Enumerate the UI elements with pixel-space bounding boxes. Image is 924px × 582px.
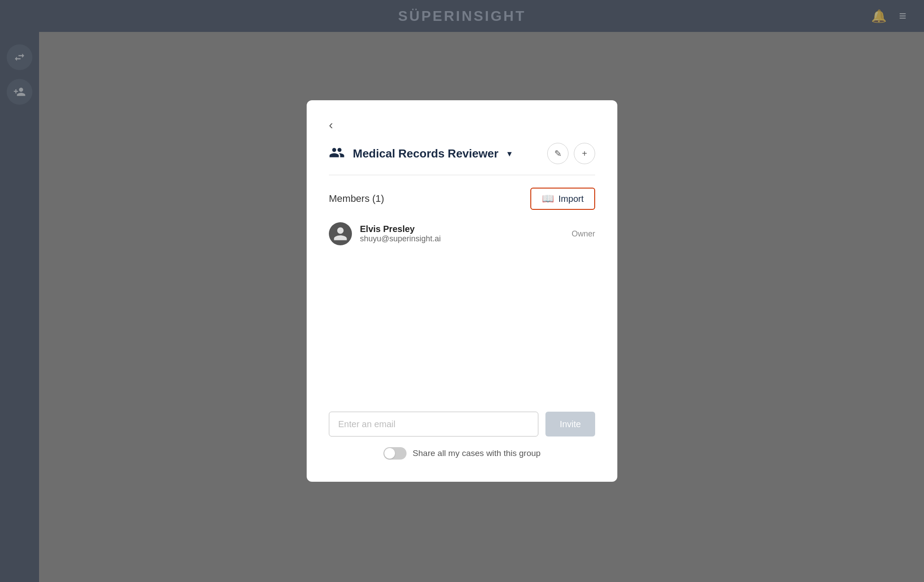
member-name: Elvis Presley	[360, 224, 564, 234]
avatar-icon	[332, 226, 348, 242]
email-input[interactable]	[329, 412, 538, 436]
import-button[interactable]: 📖 Import	[530, 188, 595, 210]
edit-button[interactable]: ✎	[547, 143, 569, 164]
share-label: Share all my cases with this group	[413, 448, 541, 458]
modal-header: Medical Records Reviewer ▾ ✎ +	[329, 143, 595, 164]
members-row: Members (1) 📖 Import	[329, 188, 595, 210]
back-button[interactable]: ‹	[329, 118, 333, 132]
member-item: Elvis Presley shuyu@superinsight.ai Owne…	[329, 222, 595, 245]
member-role: Owner	[572, 229, 595, 239]
share-row: Share all my cases with this group	[329, 447, 595, 460]
modal: ‹ Medical Records Reviewer ▾ ✎ + Members…	[307, 100, 617, 482]
import-icon: 📖	[542, 193, 554, 204]
member-info: Elvis Presley shuyu@superinsight.ai	[360, 224, 564, 244]
members-label: Members (1)	[329, 193, 384, 204]
member-email: shuyu@superinsight.ai	[360, 234, 564, 244]
modal-backdrop: ‹ Medical Records Reviewer ▾ ✎ + Members…	[0, 0, 924, 582]
dropdown-arrow[interactable]: ▾	[507, 148, 512, 159]
modal-bottom: Invite Share all my cases with this grou…	[329, 394, 595, 460]
modal-title: Medical Records Reviewer	[353, 147, 498, 161]
group-icon	[329, 145, 345, 162]
avatar	[329, 222, 352, 245]
modal-header-actions: ✎ +	[547, 143, 595, 164]
invite-button[interactable]: Invite	[545, 412, 595, 436]
add-button[interactable]: +	[574, 143, 595, 164]
import-label: Import	[558, 194, 584, 204]
invite-row: Invite	[329, 412, 595, 436]
toggle-knob	[384, 448, 395, 459]
share-toggle[interactable]	[383, 447, 407, 460]
divider	[329, 175, 595, 175]
